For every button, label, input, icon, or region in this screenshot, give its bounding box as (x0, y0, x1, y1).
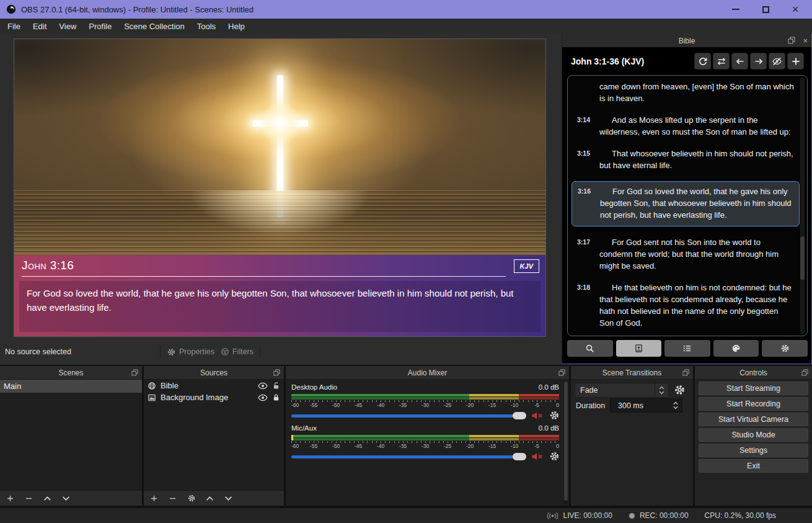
scrollbar-thumb[interactable] (564, 382, 568, 501)
menu-help[interactable]: Help (222, 19, 251, 34)
bible-tab-button[interactable] (616, 340, 662, 357)
source-down-button[interactable] (224, 494, 233, 503)
window-titlebar[interactable]: OBS 27.0.1 (64-bit, windows) - Profile: … (0, 0, 812, 19)
source-up-button[interactable] (205, 494, 214, 503)
transition-select-spinner[interactable] (655, 383, 668, 397)
volume-slider-handle[interactable] (513, 453, 526, 460)
live-status: LIVE: 00:00:00 (547, 511, 612, 520)
close-icon: × (792, 4, 799, 15)
controls-header[interactable]: Controls (695, 366, 812, 380)
start-streaming-button[interactable]: Start Streaming (699, 382, 808, 395)
lock-closed-icon[interactable] (272, 393, 280, 401)
mute-button[interactable] (531, 411, 544, 420)
properties-button[interactable]: Properties (167, 347, 214, 357)
meter-tick-label: -10 (511, 402, 518, 408)
popout-icon[interactable] (682, 369, 689, 376)
theme-tab-button[interactable] (713, 340, 759, 357)
minimize-icon (732, 9, 739, 10)
start-virtual-camera-button[interactable]: Start Virtual Camera (699, 413, 808, 426)
menu-edit[interactable]: Edit (27, 19, 53, 34)
duration-spinner[interactable] (669, 401, 682, 409)
studio-mode-button[interactable]: Studio Mode (699, 428, 808, 442)
status-bar: LIVE: 00:00:00 REC: 00:00:00 CPU: 0.2%, … (0, 507, 812, 523)
filters-button[interactable]: Filters (221, 347, 254, 356)
add-plus-button[interactable] (787, 53, 804, 69)
refresh-button[interactable] (694, 53, 711, 69)
add-source-button[interactable] (149, 494, 159, 503)
menu-scene-collection[interactable]: Scene Collection (118, 19, 191, 34)
hide-eye-off-button[interactable] (769, 53, 785, 69)
lock-open-icon[interactable] (272, 382, 280, 390)
search-tab-button[interactable] (567, 340, 613, 357)
exit-button[interactable]: Exit (699, 459, 808, 473)
scrollbar-thumb[interactable] (800, 236, 805, 280)
audio-mixer-header[interactable]: Audio Mixer (286, 366, 569, 380)
popout-icon[interactable] (273, 369, 280, 376)
record-dot-icon (629, 512, 635, 519)
verse-item-3-16-selected[interactable]: 3:16 For God so loved the world, that he… (571, 181, 800, 226)
menu-profile[interactable]: Profile (82, 19, 118, 34)
remove-scene-button[interactable] (24, 494, 33, 503)
volume-slider[interactable] (291, 455, 526, 458)
menu-file[interactable]: File (1, 19, 27, 34)
previous-arrow-button[interactable] (731, 53, 748, 69)
source-properties-gear-button[interactable] (187, 494, 196, 503)
source-row-bible[interactable]: Bible (144, 380, 284, 391)
sources-panel-header[interactable]: Sources (144, 366, 284, 380)
start-recording-button[interactable]: Start Recording (699, 397, 808, 411)
next-arrow-button[interactable] (750, 53, 767, 69)
close-button[interactable]: × (785, 2, 806, 16)
controls-panel: Controls Start Streaming Start Recording… (695, 366, 812, 506)
verse-list-scrollbar[interactable] (800, 78, 805, 334)
transition-properties-gear-button[interactable] (674, 384, 686, 396)
docks-region: Scenes Main Sources Bible Background Ima… (0, 365, 812, 507)
dock-float-icon[interactable] (788, 37, 795, 45)
swap-arrows-button[interactable] (713, 53, 730, 69)
popout-icon[interactable] (801, 369, 808, 376)
duration-value: 300 ms (611, 401, 669, 410)
duration-spinbox[interactable]: 300 ms (610, 398, 682, 413)
volume-slider[interactable] (291, 414, 526, 418)
verse-item-3-14[interactable]: 3:14 And as Moses lifted up the serpent … (573, 114, 795, 138)
transition-select[interactable]: Fade (575, 383, 669, 398)
bible-dock-titlebar[interactable]: Bible × (562, 34, 811, 47)
channel-gear-icon[interactable] (549, 410, 560, 421)
meter-tick-label: -15 (488, 402, 496, 408)
dock-close-icon[interactable]: × (803, 37, 808, 45)
scene-up-button[interactable] (43, 494, 52, 503)
scenes-panel-header[interactable]: Scenes (0, 366, 142, 380)
verse-item-3-18[interactable]: 3:18 He that believeth on him is not con… (573, 282, 795, 329)
channel-gear-icon[interactable] (549, 451, 560, 462)
verse-item-3-15[interactable]: 3:15 That whosoever believeth in him sho… (573, 148, 795, 171)
source-row-background-image[interactable]: Background Image (144, 391, 284, 403)
scene-transitions-header[interactable]: Scene Transitions (571, 366, 693, 380)
menu-bar: File Edit View Profile Scene Collection … (0, 19, 812, 34)
mixer-scrollbar[interactable] (563, 380, 568, 504)
popout-icon[interactable] (131, 369, 138, 376)
gear-icon (780, 344, 790, 353)
bible-lower-third: John 3:16 KJV For God so loved the world… (14, 255, 545, 337)
verse-item-3-17[interactable]: 3:17 For God sent not his Son into the w… (573, 236, 795, 272)
verse-list[interactable]: came down from heaven, [even] the Son of… (567, 75, 808, 336)
scene-down-button[interactable] (61, 494, 71, 503)
visibility-eye-icon[interactable] (258, 394, 268, 401)
meter-tick-label: 0 (556, 443, 559, 449)
volume-slider-handle[interactable] (513, 412, 526, 419)
scene-item-main[interactable]: Main (0, 380, 142, 393)
passage-title: John 3:1-36 (KJV) (571, 56, 644, 66)
menu-tools[interactable]: Tools (191, 19, 222, 34)
add-scene-button[interactable] (6, 494, 15, 503)
popout-icon[interactable] (558, 369, 565, 376)
settings-button[interactable]: Settings (699, 444, 808, 457)
verse-item-3-13-continuation[interactable]: came down from heaven, [even] the Son of… (573, 81, 795, 104)
settings-tab-button[interactable] (762, 340, 808, 357)
maximize-button[interactable] (755, 2, 776, 16)
visibility-eye-icon[interactable] (258, 382, 268, 390)
program-canvas[interactable]: John 3:16 KJV For God so loved the world… (14, 38, 546, 337)
menu-view[interactable]: View (53, 19, 82, 34)
minimize-button[interactable] (725, 2, 746, 16)
remove-source-button[interactable] (168, 494, 177, 503)
list-tab-button[interactable] (664, 340, 710, 357)
mute-button[interactable] (531, 452, 544, 461)
scenes-panel: Scenes Main (0, 366, 142, 506)
